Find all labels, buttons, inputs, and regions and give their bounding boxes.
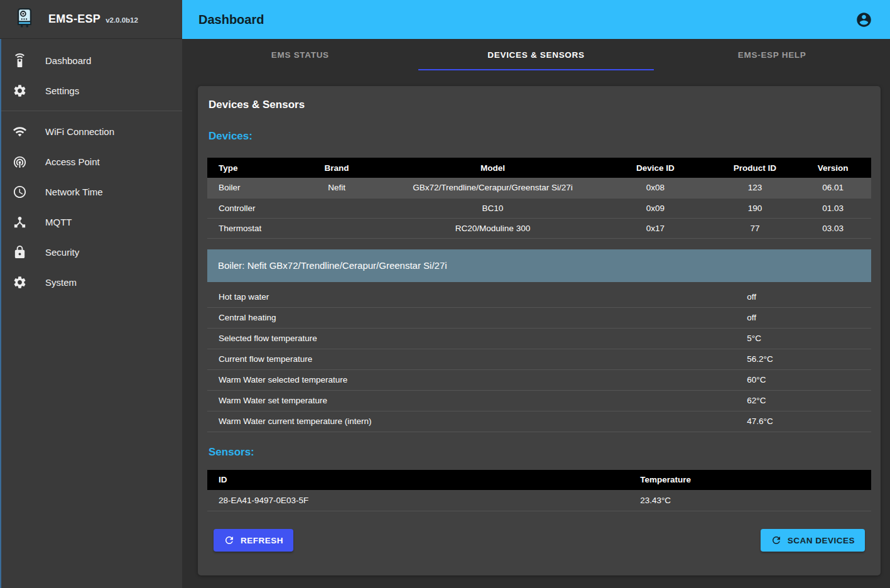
tab-ems-status[interactable]: EMS STATUS [182,39,418,70]
cell-model: RC20/Moduline 300 [390,218,596,238]
cell-model: GBx72/Trendline/Cerapur/Greenstar Si/27i [390,178,596,198]
sidebar-item-wifi-connection[interactable]: WiFi Connection [0,116,182,146]
account-circle-icon[interactable] [855,11,872,28]
actions-row: REFRESH SCAN DEVICES [207,529,871,552]
lock-icon [13,245,27,259]
column-header-version: Version [795,158,871,178]
list-item: Warm Water current temperature (intern) … [207,411,871,432]
main-area: Dashboard EMS STATUS DEVICES & SENSORS E… [182,0,890,588]
cell-version: 03.03 [795,218,871,238]
list-item: Warm Water selected temperature 60°C [207,370,871,391]
sidebar-item-settings[interactable]: Settings [0,75,182,106]
value-reading: 60°C [747,375,871,384]
gear-icon [13,275,27,290]
wifi-tethering-icon [13,155,27,169]
sidebar-header: EMS-ESP v2.0.0b12 [0,0,182,39]
table-row-sensor[interactable]: 28-EA41-9497-0E03-5F 23.43°C [207,490,871,511]
boiler-logo-icon [14,8,35,31]
app-title: EMS-ESP [48,13,100,26]
value-label: Central heating [207,313,747,322]
column-header-id: ID [207,470,629,490]
sidebar-item-label: MQTT [45,217,72,227]
column-header-device-id: Device ID [595,158,715,178]
column-header-type: Type [207,158,284,178]
value-label: Warm Water selected temperature [207,375,747,384]
cell-brand [284,218,390,238]
sidebar-item-security[interactable]: Security [0,237,182,267]
sidebar-item-label: Network Time [45,187,103,197]
cell-product-id: 123 [715,178,795,198]
devices-table-header-row: Type Brand Model Device ID Product ID Ve… [207,158,871,178]
scan-devices-button[interactable]: SCAN DEVICES [761,529,865,552]
sidebar-item-dashboard[interactable]: Dashboard [0,45,182,75]
sidebar-item-label: Access Point [45,156,100,167]
tab-bar: EMS STATUS DEVICES & SENSORS EMS-ESP HEL… [182,39,890,70]
sensors-table-header-row: ID Temperature [207,470,871,490]
cell-brand [284,198,390,218]
cell-device-id: 0x08 [595,178,715,198]
sidebar-item-label: Settings [45,85,79,96]
sidebar-item-system[interactable]: System [0,267,182,297]
column-header-product-id: Product ID [715,158,795,178]
topbar: Dashboard [182,0,890,39]
sidebar-item-access-point[interactable]: Access Point [0,146,182,177]
refresh-icon [224,535,235,546]
column-header-model: Model [390,158,596,178]
page-title: Dashboard [198,13,264,27]
value-label: Hot tap water [207,292,747,302]
cell-type: Boiler [207,178,284,198]
tab-devices-sensors[interactable]: DEVICES & SENSORS [418,39,654,70]
cell-sensor-id: 28-EA41-9497-0E03-5F [207,490,629,511]
sidebar-item-network-time[interactable]: Network Time [0,177,182,207]
cell-model: BC10 [390,198,596,218]
refresh-icon [771,535,782,546]
column-header-brand: Brand [284,158,390,178]
value-label: Selected flow temperature [207,334,747,343]
value-label: Warm Water current temperature (intern) [207,416,747,426]
cell-device-id: 0x09 [595,198,715,218]
list-item: Central heating off [207,308,871,329]
cell-type: Thermostat [207,218,284,238]
value-label: Current flow temperature [207,354,747,364]
value-reading: 5°C [747,334,871,343]
cell-product-id: 190 [715,198,795,218]
sidebar-item-label: Security [45,247,79,258]
sidebar-nav: Dashboard Settings WiFi Connection Acc [0,39,182,297]
refresh-button[interactable]: REFRESH [214,529,293,552]
cell-version: 01.03 [795,198,871,218]
cell-brand: Nefit [284,178,390,198]
value-reading: 62°C [747,396,871,405]
app-window: EMS-ESP v2.0.0b12 Dashboard Settings [0,0,890,588]
sidebar-item-mqtt[interactable]: MQTT [0,207,182,237]
selected-device-banner: Boiler: Nefit GBx72/Trendline/Cerapur/Gr… [207,249,871,282]
gear-icon [13,84,27,98]
value-label: Warm Water set temperature [207,396,747,405]
sidebar-divider [0,111,182,111]
table-row-boiler[interactable]: Boiler Nefit GBx72/Trendline/Cerapur/Gre… [207,178,871,198]
remote-control-icon [13,53,27,68]
value-reading: off [747,292,871,302]
card-title: Devices & Sensors [209,99,871,111]
sensors-heading: Sensors: [209,446,871,459]
tab-ems-esp-help[interactable]: EMS-ESP HELP [654,39,890,70]
devices-sensors-card: Devices & Sensors Devices: Type Brand Mo… [198,86,881,575]
devices-table: Type Brand Model Device ID Product ID Ve… [207,158,871,239]
table-row-controller[interactable]: Controller BC10 0x09 190 01.03 [207,198,871,218]
device-hub-icon [13,215,27,229]
table-row-thermostat[interactable]: Thermostat RC20/Moduline 300 0x17 77 03.… [207,218,871,238]
value-reading: 47.6°C [747,416,871,426]
sidebar-item-label: Dashboard [45,55,91,66]
cell-product-id: 77 [715,218,795,238]
list-item: Current flow temperature 56.2°C [207,349,871,370]
value-reading: 56.2°C [747,354,871,364]
column-header-temperature: Temperature [629,470,871,490]
sidebar-item-label: System [45,277,77,288]
device-values-list: Hot tap water off Central heating off Se… [207,287,871,432]
wifi-icon [13,124,27,139]
scan-devices-button-label: SCAN DEVICES [788,536,855,545]
list-item: Warm Water set temperature 62°C [207,391,871,411]
cell-type: Controller [207,198,284,218]
cell-version: 06.01 [795,178,871,198]
sensors-table: ID Temperature 28-EA41-9497-0E03-5F 23.4… [207,470,871,512]
cell-sensor-temperature: 23.43°C [629,490,871,511]
